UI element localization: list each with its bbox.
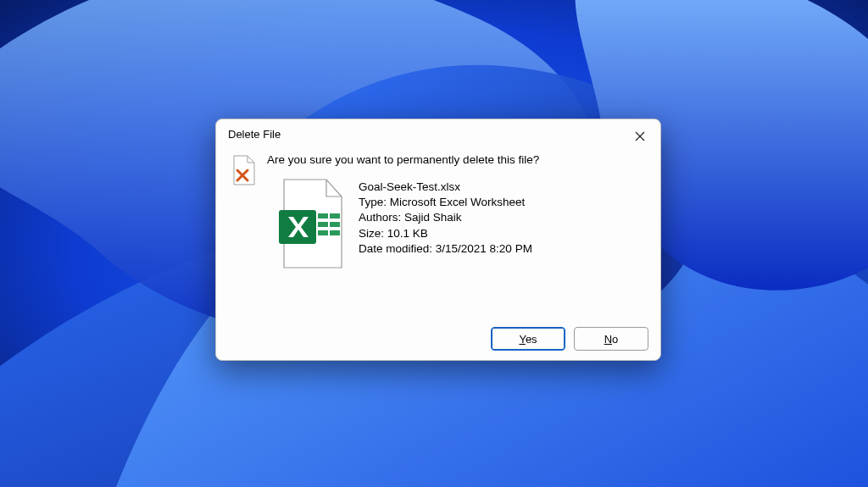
no-button[interactable]: No [574, 327, 648, 351]
no-button-rest: o [612, 333, 618, 346]
close-icon [635, 131, 645, 141]
excel-file-icon [277, 178, 348, 271]
file-date-modified: Date modified: 3/15/2021 8:20 PM [359, 241, 532, 257]
yes-button-rest: es [526, 333, 537, 346]
file-name: Goal-Seek-Test.xlsx [359, 180, 532, 195]
dialog-body: Are you sure you want to permanently del… [216, 148, 660, 318]
svg-rect-8 [318, 222, 328, 227]
close-button[interactable] [630, 126, 650, 147]
svg-rect-9 [330, 222, 340, 227]
file-info-row: Goal-Seek-Test.xlsx Type: Microsoft Exce… [267, 178, 645, 271]
file-authors: Authors: Sajid Shaik [359, 210, 532, 225]
yes-button[interactable]: Yes [491, 327, 565, 351]
file-metadata: Goal-Seek-Test.xlsx Type: Microsoft Exce… [359, 178, 532, 257]
yes-button-mnemonic: Y [519, 333, 525, 346]
dialog-titlebar: Delete File [216, 119, 660, 148]
svg-rect-7 [330, 213, 340, 219]
dialog-title: Delete File [228, 128, 281, 141]
delete-file-warning-icon [231, 155, 257, 185]
svg-rect-6 [318, 213, 328, 219]
delete-file-dialog: Delete File Are you sure you want to per… [215, 119, 661, 361]
svg-rect-10 [318, 230, 328, 235]
no-button-mnemonic: N [604, 333, 612, 346]
dialog-button-row: Yes No [216, 318, 660, 360]
file-type: Type: Microsoft Excel Worksheet [359, 195, 532, 210]
file-size: Size: 10.1 KB [359, 226, 532, 241]
confirmation-prompt: Are you sure you want to permanently del… [267, 153, 645, 166]
svg-rect-11 [330, 230, 340, 235]
